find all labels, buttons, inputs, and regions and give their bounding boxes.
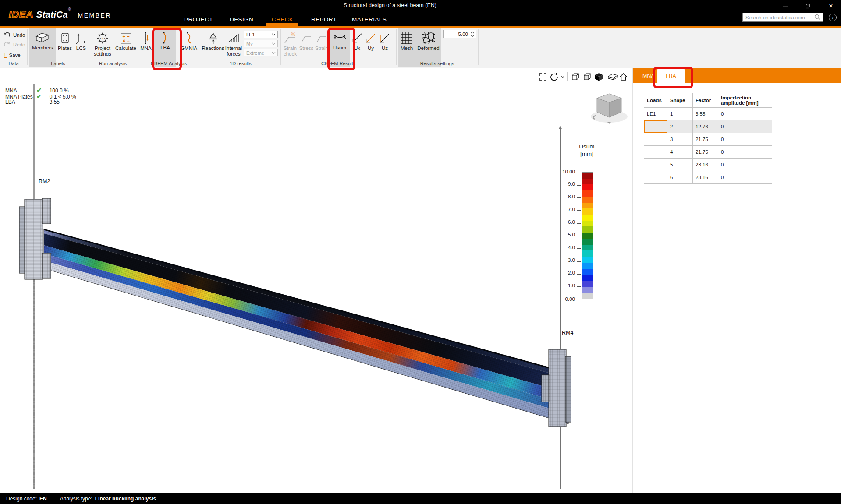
gear-icon: </> [96, 31, 109, 46]
redo-button[interactable]: Redo [4, 41, 25, 48]
view-solid-button[interactable] [593, 71, 604, 82]
save-button[interactable]: ↓ Save [4, 52, 21, 58]
reactions-button[interactable]: Reactions [202, 28, 224, 60]
legend-min: 0.00 [552, 296, 575, 302]
plate-icon [60, 31, 70, 46]
menu-check[interactable]: CHECK [272, 16, 293, 23]
close-button[interactable]: × [821, 0, 841, 12]
wireframe-cube-icon [571, 72, 580, 81]
legend-bar [582, 172, 593, 299]
uy-icon [365, 31, 376, 46]
deformed-button[interactable]: Deformed [415, 28, 441, 60]
strain-check-button[interactable]: % Strain check [282, 28, 298, 60]
project-settings-button[interactable]: </> Project settings [91, 28, 114, 60]
project-settings-label: Project settings [91, 46, 114, 56]
plates-button[interactable]: Plates [57, 28, 73, 60]
lcs-axes-icon [75, 31, 87, 46]
uz-icon [379, 31, 390, 46]
chevron-down-icon [272, 33, 276, 36]
restore-button[interactable] [798, 0, 818, 12]
results-panel: MNA LBA Loads Shape Factor Imperfection … [632, 68, 841, 493]
deformed-scale-value: 5.00 [444, 32, 470, 37]
minimize-button[interactable] [776, 0, 795, 12]
restore-icon [806, 4, 811, 9]
strain-check-icon: % [284, 31, 297, 46]
table-row[interactable]: 5 23.160 [644, 159, 772, 171]
legend-title: Usum [mm] [570, 143, 604, 158]
info-icon[interactable]: i [829, 14, 837, 21]
save-label: Save [9, 53, 21, 58]
model-viewport[interactable]: MNA ✔ 100.0 % MNA Plates ✔ 0.1 < 5.0 % L… [0, 68, 632, 493]
lcs-button[interactable]: LCS [74, 28, 89, 60]
component-select[interactable]: My [244, 40, 278, 47]
gmnia-button[interactable]: GMNIA [178, 28, 200, 60]
view-wireframe-button[interactable] [570, 71, 580, 82]
table-row[interactable]: 3 21.750 [644, 133, 772, 146]
rotate-options-dropdown[interactable] [560, 71, 565, 82]
buckling-shapes-table: Loads Shape Factor Imperfection amplitud… [644, 93, 772, 184]
stress-label: Stress [299, 46, 314, 51]
menu-project[interactable]: PROJECT [184, 16, 213, 23]
calculate-button[interactable]: +−×÷ Calculate [115, 28, 137, 60]
strain-icon [316, 31, 327, 46]
ux-icon [351, 31, 363, 46]
expand-icon [538, 72, 547, 81]
section-view-button[interactable] [607, 71, 618, 82]
strain-check-label: Strain check [282, 46, 298, 56]
table-row-selected[interactable]: 2 12.760 [644, 120, 772, 133]
uy-button[interactable]: Uy [365, 28, 377, 60]
rotate-view-button[interactable] [549, 71, 559, 82]
home-view-button[interactable] [618, 71, 628, 82]
strain-button[interactable]: Strain [314, 28, 329, 60]
minimize-icon [783, 4, 788, 8]
menu-design[interactable]: DESIGN [230, 16, 253, 23]
ux-button[interactable]: Ux [351, 28, 363, 60]
app-logo: IDEA StatiCa® MEMBER [9, 9, 111, 20]
window-title: Structural design of a steel beam (EN) [0, 2, 780, 8]
spinner-arrows-icon[interactable] [470, 31, 475, 38]
tab-mna[interactable]: MNA [637, 68, 660, 83]
tab-lba[interactable]: LBA [657, 69, 685, 83]
zoom-extents-button[interactable] [537, 71, 548, 82]
menu-report[interactable]: REPORT [311, 16, 337, 23]
mesh-button[interactable]: Mesh [398, 28, 415, 60]
table-row[interactable]: LE11 3.550 [644, 108, 772, 120]
beam-3d-model[interactable] [0, 68, 632, 493]
col-imperfection: Imperfection amplitude [mm] [718, 93, 772, 108]
redo-label: Redo [13, 42, 25, 47]
menu-materials[interactable]: MATERIALS [352, 16, 387, 23]
group-label-labels: Labels [27, 61, 89, 66]
deformed-scale-spinner[interactable]: 5.00 [443, 30, 476, 38]
table-row[interactable]: 6 23.160 [644, 171, 772, 184]
load-case-select[interactable]: LE1 [244, 31, 278, 38]
reactions-icon [207, 31, 219, 46]
prism-icon [607, 73, 618, 81]
redo-icon [4, 41, 11, 48]
usum-label: Usum [333, 45, 346, 51]
right-member-line[interactable] [559, 126, 562, 489]
active-tab-underline [266, 23, 298, 26]
group-label-1d-results: 1D results [201, 61, 280, 66]
view-cube[interactable] [591, 94, 628, 124]
lba-label: LBA [160, 45, 170, 51]
search-icon[interactable] [814, 14, 820, 22]
rotate-icon [549, 72, 559, 81]
undo-button[interactable]: Undo [4, 31, 25, 39]
table-row[interactable]: 4 21.750 [644, 146, 772, 159]
stress-button[interactable]: Stress [299, 28, 313, 60]
group-label-cbfem-analysis: CBFEM Analysis [137, 61, 201, 66]
view-shaded-edges-button[interactable] [582, 71, 592, 82]
extreme-select[interactable]: Extreme [244, 49, 278, 56]
left-member-line[interactable] [33, 84, 35, 489]
mna-button[interactable]: MNA [138, 28, 153, 60]
shaded-cube-icon [582, 72, 592, 81]
save-icon: ↓ [4, 52, 7, 58]
extreme-value: Extreme [246, 50, 264, 56]
beam-mesh[interactable] [44, 229, 568, 424]
uz-button[interactable]: Uz [378, 28, 391, 60]
load-case-value: LE1 [246, 32, 255, 37]
logo-product: MEMBER [78, 12, 111, 19]
gmnia-label: GMNIA [181, 46, 197, 51]
internal-forces-button[interactable]: Internal forces [224, 28, 243, 60]
search-input[interactable] [742, 13, 823, 22]
